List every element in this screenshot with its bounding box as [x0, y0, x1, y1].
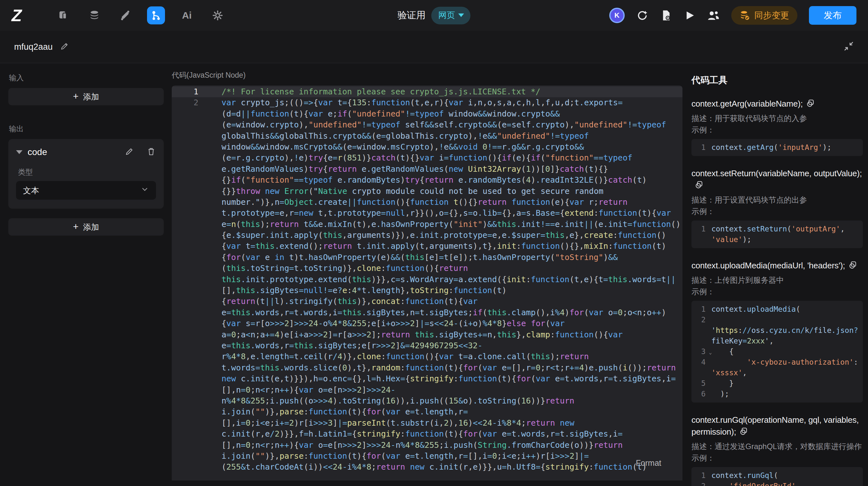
- code-line[interactable]: number.")},n=Object.create||function(){f…: [172, 197, 682, 208]
- code-line[interactable]: globalThis&&globalThis.crypto&&(e=global…: [172, 131, 682, 142]
- code-line[interactable]: i.join("")},parse:function(t){for(var e=…: [172, 406, 682, 417]
- top-right-actions: K 同步变更 发布: [609, 6, 857, 25]
- code-line[interactable]: new c.init(e,t)}}),h=o.enc={},l=h.Hex={s…: [172, 373, 682, 384]
- nav-settings-icon[interactable]: [209, 6, 227, 24]
- code-line[interactable]: {var s=r[o>>>2]>>>24-o%4*8&255;e[i+o>>>2…: [172, 318, 682, 329]
- line-text: n%4*8&255;i.push((o>>>4).toString(16)),i…: [212, 395, 574, 406]
- publish-button[interactable]: 发布: [809, 6, 857, 25]
- edit-output-icon[interactable]: [125, 147, 134, 158]
- sync-changes-button[interactable]: 同步变更: [731, 6, 797, 25]
- code-line[interactable]: this.init.prototype.extend(this)}},c=s.W…: [172, 274, 682, 285]
- code-line[interactable]: {for(var e in t)t.hasOwnProperty(e)&&(th…: [172, 252, 682, 263]
- fold-chevron-icon[interactable]: ⌄: [709, 347, 712, 358]
- run-icon[interactable]: [684, 10, 695, 21]
- code-line[interactable]: {return(t||l).stringify(this)},concat:fu…: [172, 296, 682, 307]
- chevron-down-icon: [141, 185, 149, 195]
- line-number: [172, 119, 212, 130]
- edit-name-icon[interactable]: [60, 41, 69, 52]
- type-select[interactable]: 文本: [16, 181, 156, 200]
- line-text: {}if("function"==typeof e.randomBytes)tr…: [212, 175, 647, 186]
- example-code-line: 1context.getArg('inputArg');: [691, 142, 863, 153]
- copy-icon[interactable]: [806, 99, 815, 108]
- nav-workflow-icon[interactable]: [147, 6, 165, 24]
- code-line[interactable]: (255&t.charCodeAt(i))<<24-i%4*8;return n…: [172, 462, 682, 473]
- code-line[interactable]: n%4*8&255;i.push((o>>>4).toString(16)),i…: [172, 395, 682, 406]
- nav-pages-icon[interactable]: [55, 6, 72, 24]
- line-text: t.prototype=e,r=new t,t.prototype=null,r…: [212, 208, 671, 219]
- code-line[interactable]: a=0;a<n;a+=4)e[i+a>>>2]=r[a>>>2];return …: [172, 329, 682, 340]
- line-text: context.runGql(: [711, 470, 859, 481]
- code-editor[interactable]: 1/*! For license information please see …: [172, 85, 682, 481]
- plus-icon: +: [73, 222, 79, 232]
- add-output-button[interactable]: + 添加: [8, 218, 164, 236]
- code-line[interactable]: e=this.words,r=t.words,i=this.sigBytes,n…: [172, 307, 682, 318]
- line-text: [],n=0;n<r;n++){var o=e[n>>>2]>>>24-n%4*…: [212, 440, 623, 451]
- file-settings-icon[interactable]: [660, 9, 672, 22]
- code-line[interactable]: window&&window.msCrypto&&(e=window.msCry…: [172, 142, 682, 152]
- code-line[interactable]: {e.$super.init.apply(this,arguments)}),e…: [172, 230, 682, 241]
- code-line[interactable]: [],n=0;n<r;n++){var o=e[n>>>2]>>>24-n%4*…: [172, 440, 682, 451]
- caret-down-icon[interactable]: [16, 150, 23, 154]
- code-line[interactable]: [],n=0;n<r;n++){var o=e[n>>>2]>>>24-: [172, 385, 682, 395]
- output-section-label: 输出: [9, 124, 164, 134]
- nav-connector-icon[interactable]: [116, 6, 134, 24]
- ai-refresh-icon[interactable]: [636, 9, 648, 22]
- code-line[interactable]: t.words=this.words.slice(0),t},random:fu…: [172, 362, 682, 373]
- env-selector[interactable]: 网页: [431, 7, 471, 24]
- code-line[interactable]: {var t=this.extend();return t.init.apply…: [172, 241, 682, 252]
- example-code-line: 3⌄ {: [691, 346, 863, 357]
- code-line[interactable]: t.prototype=e,r=new t,t.prototype=null,r…: [172, 208, 682, 219]
- tool-code-block: 1context.runGql(2 'findOrderById',3 `que…: [691, 467, 863, 486]
- nav-database-icon[interactable]: [85, 6, 103, 24]
- code-line[interactable]: (this.toString=t.toString)},clone:functi…: [172, 263, 682, 274]
- avatar[interactable]: K: [609, 8, 625, 23]
- line-number: [172, 385, 212, 395]
- app-logo[interactable]: Z: [11, 6, 40, 25]
- line-number: [172, 395, 212, 406]
- code-line[interactable]: {}if("function"==typeof e.randomBytes)tr…: [172, 175, 682, 186]
- line-text: new c.init(e,t)}}),h=o.enc={},l=h.Hex={s…: [212, 373, 676, 384]
- code-line[interactable]: r%4*8,e.length=t.ceil(r/4)},clone:functi…: [172, 351, 682, 362]
- copy-icon[interactable]: [695, 180, 704, 189]
- editor-column: 代码(JavaScript Node) 1/*! For license inf…: [169, 63, 682, 486]
- nav-ai-icon[interactable]: Ai: [178, 6, 196, 24]
- code-line[interactable]: e.getRandomValues)try{return e.getRandom…: [172, 164, 682, 175]
- code-line[interactable]: 1/*! For license information please see …: [172, 86, 682, 97]
- collapse-panel-icon[interactable]: [844, 41, 854, 53]
- code-line[interactable]: e=this.words,r=this.sigBytes;e[r>>>2]&=4…: [172, 340, 682, 351]
- env-label: 网页: [438, 10, 455, 21]
- example-code-line: 6 );: [691, 389, 863, 399]
- line-text: c.init(r,e/2)}},f=h.Latin1={stringify:fu…: [212, 429, 623, 439]
- input-section-label: 输入: [9, 73, 164, 83]
- add-output-label: 添加: [83, 222, 99, 233]
- line-text: 'x-cybozu-authorization':: [711, 357, 859, 368]
- line-number: 4: [691, 357, 711, 368]
- code-line[interactable]: c.init(r,e/2)}},f=h.Latin1={stringify:fu…: [172, 429, 682, 439]
- code-line[interactable]: (e=window.crypto),"undefined"!=typeof se…: [172, 119, 682, 130]
- format-button[interactable]: Format: [636, 458, 661, 468]
- code-line[interactable]: i.join("")},parse:function(t){for(var e=…: [172, 451, 682, 462]
- delete-output-icon[interactable]: [146, 147, 156, 158]
- example-code-line: 1context.uploadMedia(: [691, 304, 863, 314]
- add-input-button[interactable]: + 添加: [8, 88, 164, 105]
- tool-code-block: 1context.getArg('inputArg');: [691, 139, 863, 156]
- code-line[interactable]: 2var crypto_js;(()=>{var t={135:function…: [172, 97, 682, 108]
- line-text: e.getRandomValues)try{return e.getRandom…: [212, 164, 608, 175]
- chevron-down-icon: [458, 13, 464, 17]
- code-tools-panel: 代码工具 context.getArg(variableName); 描述：用于…: [682, 63, 868, 486]
- node-name: mfuq2aau: [14, 42, 53, 52]
- publish-label: 发布: [824, 9, 842, 22]
- code-line[interactable]: {}}throw new Error("Native crypto module…: [172, 186, 682, 197]
- code-line[interactable]: (d=d||function(t){var e;if("undefined"!=…: [172, 109, 682, 119]
- line-number: [172, 440, 212, 451]
- code-line[interactable]: (e=r.g.crypto),!e)try{e=r(851)}catch(t){…: [172, 152, 682, 163]
- example-code-line: 4 'x-cybozu-authorization':: [691, 357, 863, 368]
- members-icon[interactable]: [707, 9, 720, 22]
- code-line[interactable]: [],i=0;i<e;i+=2)r[i>>>3]|=parseInt(t.sub…: [172, 418, 682, 429]
- tool-section: context.uploadMedia(mediaUrl, 'headers')…: [691, 260, 863, 402]
- code-line[interactable]: e=n(this);return t&&e.mixIn(t),e.hasOwnP…: [172, 219, 682, 230]
- code-line[interactable]: [],this.sigBytes=null!=e?e:4*t.length},t…: [172, 285, 682, 296]
- copy-icon[interactable]: [848, 261, 858, 270]
- line-number: [172, 429, 212, 439]
- copy-icon[interactable]: [739, 427, 748, 436]
